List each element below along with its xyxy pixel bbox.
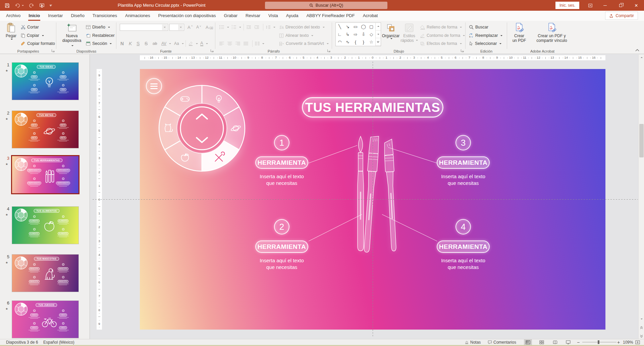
copy-button[interactable]: Copiar xyxy=(21,32,44,39)
tab-abbyy-finereader-pdf[interactable]: ABBYY FineReader PDF xyxy=(302,11,359,21)
slide-counter[interactable]: Diapositiva 3 de 6 xyxy=(6,339,38,345)
close-button[interactable]: ✕ xyxy=(629,0,644,11)
tab-vista[interactable]: Vista xyxy=(264,11,282,21)
ribbon-display-options-button[interactable] xyxy=(583,0,598,11)
item-caption[interactable]: Inserta aquí el texto que necesitas xyxy=(248,257,315,271)
shapes-scroll-up-icon[interactable] xyxy=(376,23,381,30)
vertical-guide[interactable] xyxy=(373,62,373,338)
slide-layout-button[interactable]: Diseño xyxy=(86,24,110,30)
replace-button[interactable]: bcReemplazar xyxy=(469,32,502,39)
shape-glyph[interactable]: ↳ xyxy=(346,32,350,37)
shape-glyph[interactable]: ☆ xyxy=(369,40,373,45)
shapes-scroll-down-icon[interactable] xyxy=(376,30,381,38)
next-slide-button[interactable] xyxy=(639,333,644,339)
tab-insertar[interactable]: Insertar xyxy=(44,11,67,21)
collapse-ribbon-icon[interactable] xyxy=(635,49,639,52)
undo-button[interactable] xyxy=(15,3,24,8)
shape-glyph[interactable]: ⇨ xyxy=(354,32,358,37)
fit-slide-to-window-button[interactable] xyxy=(634,339,642,345)
vertical-scrollbar[interactable] xyxy=(638,55,644,339)
zoom-in-button[interactable]: + xyxy=(617,339,620,345)
create-pdf-share-link-button[interactable]: Crear un PDF ycompartir vínculo xyxy=(531,22,573,43)
start-slideshow-icon[interactable] xyxy=(39,3,45,8)
shape-glyph[interactable]: ∿ xyxy=(346,40,350,45)
previous-slide-button[interactable] xyxy=(639,325,644,330)
redo-button[interactable] xyxy=(29,3,34,8)
zoom-out-button[interactable]: − xyxy=(577,339,580,345)
cut-button[interactable]: Cortar xyxy=(21,24,39,30)
thumbnail-image[interactable]: TUS HERRAMIENTAS HERRAMIENTA HERRAMIENTA… xyxy=(12,156,79,194)
comments-toggle[interactable]: Comentarios xyxy=(488,339,516,345)
tab-dise-o[interactable]: Diseño xyxy=(67,11,88,21)
item-number-circle[interactable]: 3 xyxy=(455,135,471,150)
tab-acrobat[interactable]: Acrobat xyxy=(359,11,382,21)
customize-qat-chevron-icon[interactable] xyxy=(50,5,52,6)
slide-thumbnail-1[interactable]: 1 ★ TUS IDEAS IDEA IDEA IDEA IDEA xyxy=(0,62,90,101)
shape-glyph[interactable]: ⇩ xyxy=(362,32,365,37)
thumbnail-image[interactable]: TUS ALIMENTOS ALIMENTO ALIMENTO ALIMENTO… xyxy=(12,206,79,244)
item-number-circle[interactable]: 1 xyxy=(274,135,289,150)
search-box[interactable]: Buscar (Alt+Q) xyxy=(265,2,387,9)
tab-animaciones[interactable]: Animaciones xyxy=(121,11,154,21)
tab-inicio[interactable]: Inicio xyxy=(24,11,44,21)
shape-glyph[interactable]: ▢ xyxy=(369,24,373,29)
thumbnail-image[interactable]: TUS JUEGOS JUEGO JUEGO JUEGO JUEGO xyxy=(12,300,79,338)
reading-view-button[interactable] xyxy=(551,339,559,345)
item-caption[interactable]: Inserta aquí el texto que necesitas xyxy=(430,257,497,271)
item-caption[interactable]: Inserta aquí el texto que necesitas xyxy=(248,173,315,187)
zoom-slider-handle[interactable] xyxy=(598,340,599,344)
shape-glyph[interactable]: { xyxy=(355,40,356,45)
item-number-circle[interactable]: 2 xyxy=(274,219,289,234)
zoom-percentage[interactable]: 109% xyxy=(623,339,633,345)
restore-button[interactable] xyxy=(613,0,628,11)
tab-revisar[interactable]: Revisar xyxy=(241,11,264,21)
shape-glyph[interactable]: ╲ xyxy=(338,24,341,29)
shape-glyph[interactable]: ▭ xyxy=(354,24,358,29)
slideshow-view-button[interactable] xyxy=(564,339,572,345)
slide-thumbnail-5[interactable]: 5 ★ TUS MASCOTAS MASCOTA MASCOTA MASCOTA… xyxy=(0,254,90,293)
scroll-up-icon[interactable] xyxy=(639,55,644,60)
tab-grabar[interactable]: Grabar xyxy=(220,11,241,21)
dialog-launcher-icon[interactable] xyxy=(210,49,214,53)
shapes-more-icon[interactable] xyxy=(376,38,381,46)
item-pill[interactable]: HERRAMIENTA xyxy=(255,240,308,253)
dialog-launcher-icon[interactable] xyxy=(461,49,464,53)
shape-glyph[interactable]: ◇ xyxy=(370,32,373,37)
normal-view-button[interactable] xyxy=(524,339,532,345)
scrollbar-thumb[interactable] xyxy=(639,124,644,157)
shape-glyph[interactable]: } xyxy=(363,40,364,45)
create-pdf-button[interactable]: Crearun PDF xyxy=(510,22,529,43)
item-pill[interactable]: HERRAMIENTA xyxy=(255,156,308,169)
shape-glyph[interactable]: ◯ xyxy=(361,24,366,29)
thumbnail-image[interactable]: TUS IDEAS IDEA IDEA IDEA IDEA xyxy=(12,62,79,100)
slide-thumbnail-3[interactable]: 3 ★ TUS HERRAMIENTAS HERRAMIENTA HERRAMI… xyxy=(0,156,90,195)
slide-sorter-view-button[interactable] xyxy=(538,339,546,345)
slide-thumbnail-2[interactable]: 2 ★ TUS METAS META META META META xyxy=(0,111,90,150)
find-button[interactable]: Buscar xyxy=(469,24,488,30)
new-slide-button[interactable]: Nueva diapositiva xyxy=(61,22,83,48)
zoom-slider-track[interactable] xyxy=(582,342,616,342)
minimize-button[interactable] xyxy=(597,0,613,11)
thumbnail-image[interactable]: TUS METAS META META META META xyxy=(12,111,79,148)
tab-archivo[interactable]: Archivo xyxy=(2,11,24,21)
slide-thumbnail-4[interactable]: 4 ★ TUS ALIMENTOS ALIMENTO ALIMENTO ALIM… xyxy=(0,206,90,246)
tab-transiciones[interactable]: Transiciones xyxy=(89,11,121,21)
dialog-launcher-icon[interactable] xyxy=(327,49,331,53)
horizontal-guide[interactable] xyxy=(93,199,638,200)
thumbnail-image[interactable]: TUS MASCOTAS MASCOTA MASCOTA MASCOTA MAS… xyxy=(12,254,79,292)
slide-thumbnail-6[interactable]: 6 ★ TUS JUEGOS JUEGO JUEGO JUEGO JUEGO xyxy=(0,300,90,339)
format-painter-button[interactable]: Copiar formato xyxy=(21,40,55,47)
tab-ayuda[interactable]: Ayuda xyxy=(282,11,303,21)
select-button[interactable]: Seleccionar xyxy=(469,40,501,47)
dialog-launcher-icon[interactable] xyxy=(51,49,55,53)
tab-presentaci-n-con-diapositivas[interactable]: Presentación con diapositivas xyxy=(154,11,220,21)
item-number-circle[interactable]: 4 xyxy=(455,219,471,234)
arrange-button[interactable]: Organizar xyxy=(382,22,399,40)
item-caption[interactable]: Inserta aquí el texto que necesitas xyxy=(430,173,497,187)
shape-glyph[interactable]: ◠ xyxy=(338,40,341,45)
shape-glyph[interactable]: ∟ xyxy=(337,32,342,37)
sign-in-button[interactable]: Inic. ses. xyxy=(555,2,579,9)
scroll-down-icon[interactable] xyxy=(639,316,644,322)
notes-toggle[interactable]: Notas xyxy=(465,339,481,345)
paste-button[interactable]: Pegar xyxy=(3,22,19,40)
